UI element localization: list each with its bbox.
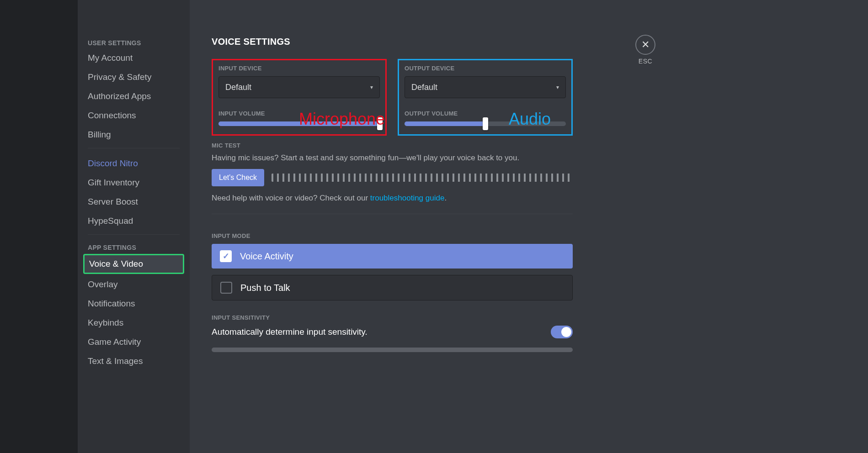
lets-check-button[interactable]: Let's Check	[212, 169, 264, 186]
push-to-talk-label: Push to Talk	[240, 283, 290, 293]
sidebar-divider	[88, 234, 180, 235]
sidebar-item-notifications[interactable]: Notifications	[83, 295, 184, 312]
mic-test-label: MIC TEST	[212, 142, 573, 149]
sidebar-item-connections[interactable]: Connections	[83, 107, 184, 124]
sidebar-item-hypesquad[interactable]: HypeSquad	[83, 212, 184, 230]
output-device-section: OUTPUT DEVICE Default ▾ OUTPUT VOLUME Au…	[398, 59, 573, 136]
output-device-value: Default	[411, 83, 437, 92]
sidebar-item-billing[interactable]: Billing	[83, 126, 184, 143]
sidebar-item-discord-nitro[interactable]: Discord Nitro	[83, 155, 184, 172]
sidebar-item-my-account[interactable]: My Account	[83, 49, 184, 67]
input-device-value: Default	[225, 83, 251, 92]
sidebar-item-authorized-apps[interactable]: Authorized Apps	[83, 88, 184, 105]
troubleshooting-link[interactable]: troubleshooting guide	[370, 194, 445, 202]
auto-sensitivity-toggle[interactable]	[551, 326, 573, 338]
divider	[212, 214, 573, 214]
sidebar-item-game-activity[interactable]: Game Activity	[83, 333, 184, 351]
sidebar-item-keybinds[interactable]: Keybinds	[83, 314, 184, 332]
gutter-right	[687, 0, 868, 453]
sidebar: USER SETTINGS My Account Privacy & Safet…	[78, 0, 190, 453]
voice-activity-label: Voice Activity	[240, 251, 293, 262]
sidebar-item-gift-inventory[interactable]: Gift Inventory	[83, 174, 184, 191]
input-mode-push-to-talk[interactable]: Push to Talk	[212, 275, 573, 300]
help-text: Need help with voice or video? Check out…	[212, 194, 573, 203]
sensitivity-bar	[212, 348, 573, 352]
main-content: VOICE SETTINGS INPUT DEVICE Default ▾ IN…	[190, 0, 687, 453]
sidebar-item-text-images[interactable]: Text & Images	[83, 353, 184, 370]
mic-test-desc: Having mic issues? Start a test and say …	[212, 153, 573, 163]
input-device-section: INPUT DEVICE Default ▾ INPUT VOLUME Micr…	[212, 59, 387, 136]
sidebar-item-server-boost[interactable]: Server Boost	[83, 193, 184, 211]
sidebar-item-voice-video[interactable]: Voice & Video	[83, 254, 184, 274]
gutter-left	[0, 0, 78, 453]
annotation-audio: Audio	[509, 110, 551, 129]
input-mode-voice-activity[interactable]: ✓ Voice Activity	[212, 244, 573, 269]
input-device-label: INPUT DEVICE	[218, 65, 380, 72]
sidebar-divider	[88, 148, 180, 148]
check-icon: ✓	[220, 250, 232, 262]
auto-sensitivity-text: Automatically determine input sensitivit…	[212, 327, 367, 337]
chevron-down-icon: ▾	[370, 84, 373, 90]
page-title: VOICE SETTINGS	[212, 37, 573, 47]
sidebar-header-user: USER SETTINGS	[83, 37, 184, 49]
sidebar-item-privacy-safety[interactable]: Privacy & Safety	[83, 68, 184, 86]
close-icon: ✕	[641, 39, 650, 51]
close-button[interactable]: ✕	[635, 35, 655, 55]
output-device-label: OUTPUT DEVICE	[405, 65, 566, 72]
chevron-down-icon: ▾	[556, 84, 559, 90]
annotation-microphone: Microphone	[299, 110, 385, 129]
sidebar-header-app: APP SETTINGS	[83, 241, 184, 254]
sidebar-item-overlay[interactable]: Overlay	[83, 276, 184, 293]
input-sensitivity-label: INPUT SENSITIVITY	[212, 314, 573, 321]
output-device-select[interactable]: Default ▾	[405, 76, 566, 98]
close-label: ESC	[639, 58, 652, 65]
mic-level-meter	[272, 174, 573, 182]
input-mode-label: INPUT MODE	[212, 232, 573, 239]
input-device-select[interactable]: Default ▾	[218, 76, 380, 98]
checkbox-empty-icon	[220, 282, 232, 294]
